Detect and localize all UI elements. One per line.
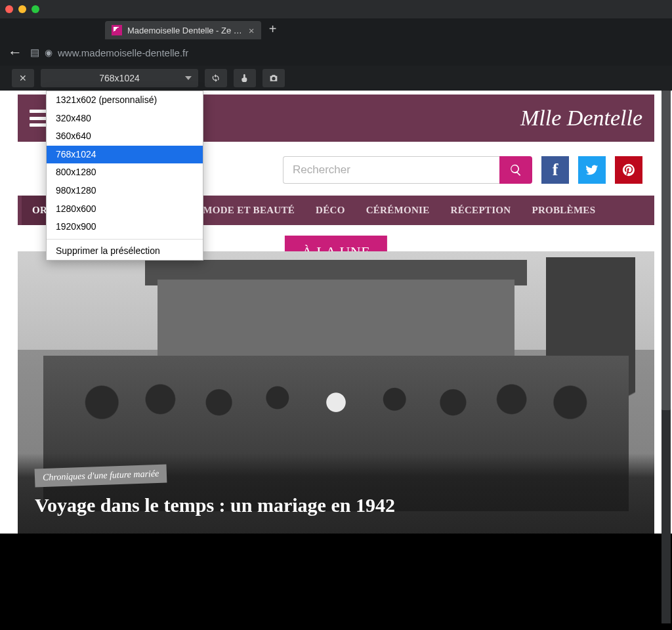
nav-item[interactable]: CÉRÉMONIE [356,196,440,225]
nav-item[interactable]: MODE ET BEAUTÉ [192,196,305,225]
window-close-button[interactable] [5,5,13,13]
preset-option[interactable]: 800x1280 [47,163,203,182]
reader-mode-icon[interactable]: ▤ [30,47,39,58]
preset-selected-label: 768x1024 [99,73,140,83]
featured-category-tag[interactable]: Chroniques d'une future mariée [35,464,167,487]
window-zoom-button[interactable] [32,5,39,13]
chevron-down-icon [185,76,192,80]
new-tab-button[interactable]: + [261,22,285,39]
preset-option[interactable]: 320x480 [47,110,203,128]
nav-item[interactable]: RÉCEPTION [440,196,522,225]
preset-option[interactable]: 1920x900 [47,218,203,236]
nav-item[interactable]: PROBLÈMES [521,196,606,225]
nav-item[interactable]: DÉCO [305,196,356,225]
featured-image: Chroniques d'une future mariée Voyage da… [18,251,654,534]
dropdown-separator [47,239,203,240]
browser-tab[interactable]: Mademoiselle Dentelle - Ze … × [105,21,261,39]
rotate-button[interactable] [205,69,227,87]
featured-article[interactable]: À LA UNE Chroniques d'une future mariée … [18,251,654,534]
search-icon [509,163,522,177]
scrollbar-thumb[interactable] [662,91,671,410]
site-identity-icon[interactable]: ◉ [45,47,52,58]
site-logo[interactable]: Mlle Dentelle [520,106,642,131]
close-responsive-button[interactable]: ✕ [12,69,34,87]
back-button[interactable]: ← [8,44,22,61]
address-bar[interactable]: ▤ ◉ www.mademoiselle-dentelle.fr [30,47,188,58]
viewport-preset-select[interactable]: 768x1024 [41,69,198,87]
twitter-icon [585,163,599,177]
preset-option[interactable]: 980x1280 [47,182,203,200]
preset-dropdown: 1321x602 (personnalisé) 320x480 360x640 … [46,91,203,261]
url-text: www.mademoiselle-dentelle.fr [58,47,188,58]
preset-option[interactable]: 1280x600 [47,200,203,219]
search-input[interactable] [283,156,499,184]
tab-close-icon[interactable]: × [249,25,255,36]
pinterest-link[interactable] [615,156,642,184]
tab-favicon [112,25,122,35]
twitter-link[interactable] [578,156,606,184]
responsive-design-toolbar: ✕ 768x1024 1321x602 (personnalisé) 320x4… [0,66,672,91]
tab-title: Mademoiselle Dentelle - Ze … [127,26,242,35]
window-minimize-button[interactable] [18,5,26,13]
pinterest-icon [621,163,636,177]
facebook-link[interactable]: f [541,156,569,184]
screenshot-button[interactable] [262,69,285,87]
search-button[interactable] [499,156,532,184]
featured-headline: Voyage dans le temps : un mariage en 194… [35,494,637,516]
preset-option-selected[interactable]: 768x1024 [47,146,203,164]
scrollbar[interactable] [662,91,671,623]
touch-events-button[interactable] [234,69,256,87]
preset-remove-option[interactable]: Supprimer la présélection [47,242,203,261]
preset-option[interactable]: 1321x602 (personnalisé) [47,91,203,110]
preset-option[interactable]: 360x640 [47,127,203,146]
window-titlebar [0,0,672,18]
